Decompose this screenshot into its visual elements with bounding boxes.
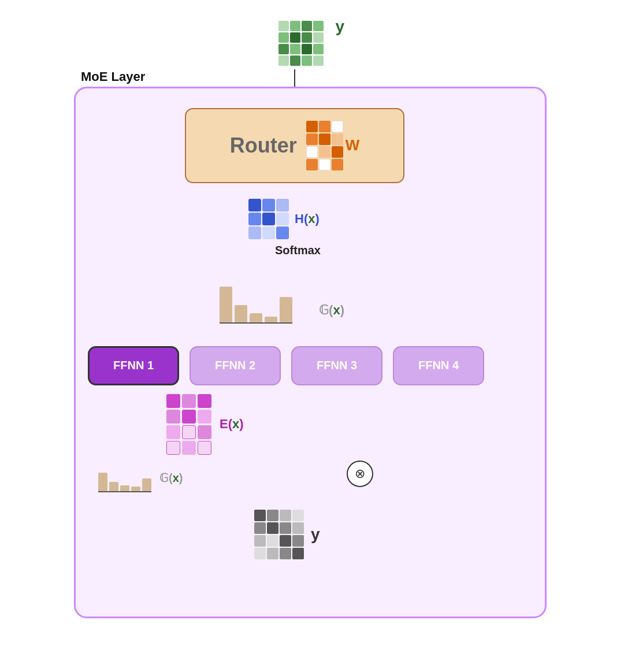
bar-chart-small [98,463,151,492]
ffnn-row: FFNN 1 FFNN 2 FFNN 3 FFNN 4 [88,346,484,385]
hx-section: H(x) [248,199,320,239]
y-grid [254,510,304,559]
w-grid [306,121,343,170]
hx-label: H(x) [295,211,320,227]
softmax-label: Softmax [275,244,321,257]
router-label: Router [230,133,297,158]
ffnn2-block: FFNN 2 [190,346,281,385]
router-box: Router W [185,108,404,183]
diagram-container: MoE Layer [64,18,560,654]
moe-layer-label: MoE Layer [81,69,145,84]
x-variable-label: y [335,17,344,36]
x-grid [278,21,324,66]
y-label: y [311,525,320,544]
gx-bottom-label: 𝔾(x) [159,471,183,485]
ffnn3-block: FFNN 3 [291,346,382,385]
ffnn1-block: FFNN 1 [88,346,179,385]
w-label: W [346,136,360,154]
multiply-circle: ⊗ [347,461,373,487]
e-grid [166,394,211,455]
y-output-section: y [254,510,320,559]
gx-bottom: 𝔾(x) [98,463,183,492]
bar-chart [220,277,292,324]
ex-label: E(x) [220,417,244,432]
ffnn4-block: FFNN 4 [393,346,484,385]
h-grid [248,199,289,239]
gx-label: 𝔾(x) [319,303,344,318]
x-input-section: y [278,21,324,66]
gx-barchart: 𝔾(x) [220,277,292,324]
ex-section: E(x) [166,394,244,455]
